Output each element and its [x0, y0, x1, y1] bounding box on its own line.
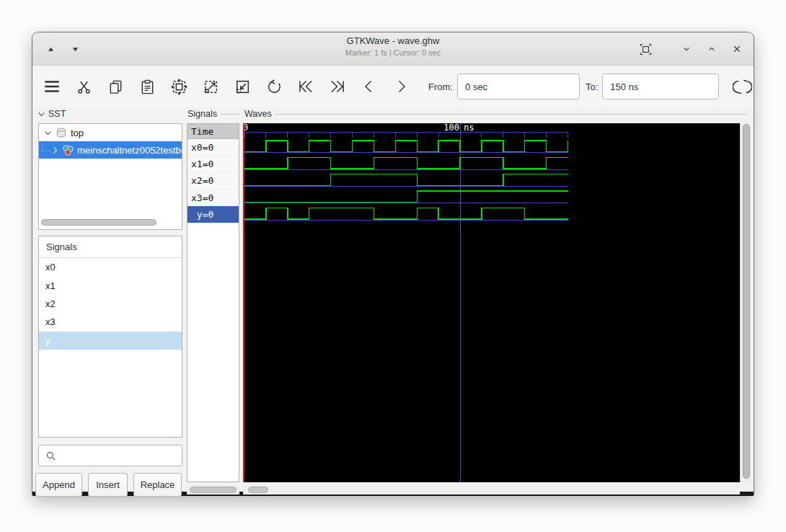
toolbar-fast-backward-button[interactable] — [296, 76, 316, 97]
signal-list-header: Signals — [39, 236, 182, 258]
signal-list-rows: x0x1x2x3y — [39, 258, 182, 350]
maximize-icon — [705, 42, 719, 56]
signal-name-row-x3[interactable]: x3 =0 — [187, 190, 239, 206]
insert-button[interactable]: Insert — [88, 473, 128, 497]
tree-label: meinschaltnetz0052testbench — [77, 145, 182, 156]
triangle-down-icon — [70, 44, 81, 55]
toolbar-prev-edge-button[interactable] — [359, 76, 379, 97]
tree-row-testbench[interactable]: meinschaltnetz0052testbench — [39, 141, 182, 159]
chevron-right-icon[interactable] — [50, 146, 60, 155]
close-icon — [730, 42, 744, 56]
menu-icon — [43, 77, 61, 96]
toolbar-cut-button[interactable] — [74, 76, 94, 97]
signals-frame-label: Signals — [187, 109, 217, 119]
maximize-button[interactable] — [702, 39, 721, 59]
toolbar: From: To: — [32, 66, 754, 107]
undo-icon — [265, 78, 283, 96]
triangle-up-icon — [45, 44, 56, 55]
chevron-down-icon — [37, 110, 46, 119]
names-horizontal-scrollbar[interactable] — [190, 487, 237, 493]
replace-button[interactable]: Replace — [133, 473, 182, 497]
signal-search-box — [38, 445, 182, 466]
signal-name-row-x0[interactable]: x0 =0 — [187, 139, 239, 156]
component-icon — [62, 144, 74, 156]
titlebar[interactable]: GTKWave - wave.ghw Marker: 1 fs | Cursor… — [32, 32, 754, 66]
from-input[interactable] — [457, 74, 580, 99]
waves-vscroll-track — [740, 123, 751, 482]
waveform-canvas[interactable]: 0100ns — [243, 123, 740, 482]
cut-icon — [76, 79, 92, 95]
gtkwave-window: GTKWave - wave.ghw Marker: 1 fs | Cursor… — [32, 32, 754, 496]
toolbar-paste-button[interactable] — [137, 76, 157, 97]
fullscreen-icon — [638, 42, 653, 57]
signal-search-list: Signals x0x1x2x3y — [38, 236, 182, 438]
waves-frame-line — [275, 114, 747, 115]
signal-names-panel: Time x0 =0x1 =0x2 =0x3 =0y =0 — [187, 123, 239, 482]
paste-icon — [139, 79, 156, 95]
toolbar-copy-button[interactable] — [105, 76, 125, 97]
tree-row-top[interactable]: top — [39, 124, 182, 141]
toolbar-zoom-out-button[interactable] — [232, 76, 252, 97]
signal-name-row-x1[interactable]: x1 =0 — [187, 156, 239, 172]
signal-name-row-y[interactable]: y =0 — [187, 206, 239, 223]
next-edge-icon — [392, 78, 410, 95]
tree-guide-line — [42, 143, 50, 151]
chevron-down-icon[interactable] — [43, 128, 53, 138]
fast-forward-icon — [328, 77, 347, 96]
time-column-header[interactable]: Time — [187, 124, 239, 139]
signal-list-item-x2[interactable]: x2 — [39, 295, 182, 313]
minimize-button[interactable] — [677, 39, 696, 59]
names-hscroll-track — [187, 485, 239, 495]
tree-label: top — [71, 128, 84, 138]
sst-frame-label[interactable]: SST — [37, 109, 66, 119]
from-label: From: — [428, 81, 453, 92]
signal-list-item-x1[interactable]: x1 — [39, 276, 182, 294]
to-label: To: — [586, 81, 598, 92]
toolbar-undo-button[interactable] — [264, 76, 284, 97]
search-input[interactable] — [61, 446, 188, 465]
toolbar-zoom-fit-button[interactable] — [169, 76, 189, 97]
toolbar-icon-group — [42, 76, 423, 97]
zoom-out-icon — [234, 78, 252, 96]
signal-action-buttons: Append Insert Replace — [35, 473, 182, 497]
waves-horizontal-scrollbar[interactable] — [248, 487, 268, 493]
signals-frame-line — [221, 114, 239, 115]
zoom-fit-icon — [170, 78, 188, 96]
toolbar-next-edge-button[interactable] — [391, 76, 411, 97]
toolbar-fast-forward-button[interactable] — [327, 76, 348, 97]
desktop: GTKWave - wave.ghw Marker: 1 fs | Cursor… — [0, 0, 786, 532]
signal-name-rows: x0 =0x1 =0x2 =0x3 =0y =0 — [187, 139, 239, 223]
waves-hscroll-track — [243, 485, 740, 495]
sst-horizontal-scrollbar[interactable] — [41, 219, 156, 226]
minimize-icon — [679, 42, 694, 56]
search-icon — [45, 450, 57, 462]
fast-backward-icon — [296, 77, 315, 96]
waves-frame-label: Waves — [244, 109, 272, 119]
signal-list-item-y[interactable]: y — [39, 332, 182, 350]
fullscreen-button[interactable] — [636, 39, 655, 59]
append-button[interactable]: Append — [35, 473, 82, 497]
toolbar-zoom-in-button[interactable] — [200, 76, 221, 97]
to-input[interactable] — [602, 74, 719, 99]
sst-tree: top meinschaltnetz0052testbench — [38, 123, 182, 230]
titlebar-left-controls — [41, 39, 84, 59]
reload-icon — [733, 77, 752, 97]
svg-text:ns: ns — [464, 123, 474, 133]
triangle-down-button[interactable] — [66, 39, 84, 59]
module-icon — [56, 127, 67, 138]
svg-text:100: 100 — [443, 123, 459, 133]
signal-list-item-x3[interactable]: x3 — [39, 313, 182, 331]
toolbar-menu-button[interactable] — [42, 76, 62, 97]
sst-label-text: SST — [48, 109, 66, 119]
zoom-in-icon — [202, 78, 220, 96]
copy-icon — [107, 79, 124, 95]
signal-name-row-x2[interactable]: x2 =0 — [187, 173, 239, 190]
triangle-up-button[interactable] — [41, 39, 60, 59]
close-button[interactable] — [728, 39, 746, 59]
signal-list-item-x0[interactable]: x0 — [39, 258, 182, 276]
prev-edge-icon — [361, 78, 378, 95]
reload-button[interactable] — [730, 74, 754, 99]
waves-vertical-scrollbar[interactable] — [743, 124, 750, 479]
titlebar-right-controls — [636, 39, 746, 59]
